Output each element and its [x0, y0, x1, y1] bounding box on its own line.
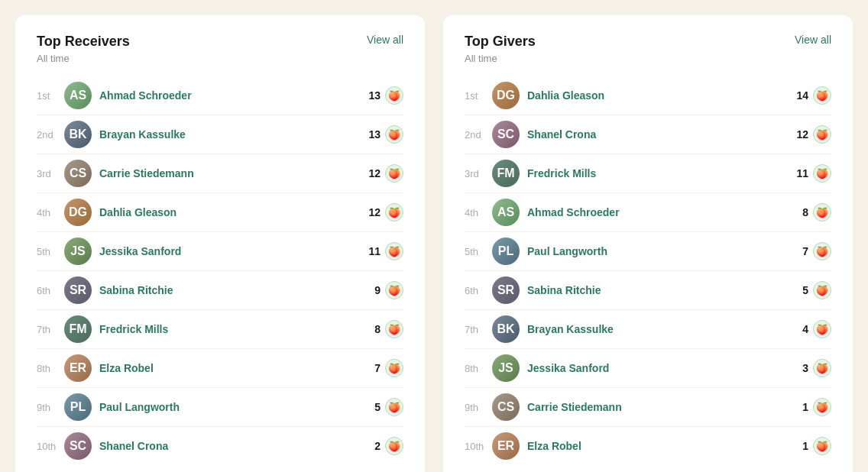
person-name[interactable]: Paul Langworth — [99, 401, 374, 413]
list-item: 9th PL Paul Langworth 5 🍑 — [37, 388, 403, 427]
rank-label: 6th — [37, 285, 64, 296]
list-item: 1st AS Ahmad Schroeder 13 🍑 — [37, 76, 403, 115]
person-name[interactable]: Paul Langworth — [527, 245, 802, 257]
givers-view-all[interactable]: View all — [795, 34, 831, 46]
rank-label: 4th — [37, 207, 64, 218]
person-name[interactable]: Sabina Ritchie — [99, 284, 374, 296]
receivers-subtitle: All time — [37, 53, 403, 64]
avatar: CS — [64, 160, 92, 187]
score-number: 13 — [368, 89, 381, 102]
person-name[interactable]: Fredrick Mills — [527, 167, 796, 179]
score-container: 5 🍑 — [374, 398, 403, 416]
avatar: SC — [492, 121, 520, 148]
person-name[interactable]: Dahlia Gleason — [99, 206, 368, 218]
score-container: 7 🍑 — [374, 359, 403, 377]
avatar: FM — [492, 160, 520, 187]
rank-label: 2nd — [37, 129, 64, 141]
rank-label: 10th — [37, 441, 64, 452]
avatar: CS — [492, 393, 520, 421]
score-number: 12 — [368, 206, 381, 218]
score-number: 11 — [368, 245, 381, 257]
rank-label: 1st — [37, 90, 64, 102]
receivers-title: Top Receivers — [37, 34, 130, 50]
score-number: 4 — [802, 323, 808, 335]
coin-icon: 🍑 — [385, 281, 403, 299]
score-number: 14 — [796, 89, 808, 102]
rank-label: 7th — [37, 324, 64, 335]
panels-container: Top Receivers View all All time 1st AS A… — [15, 15, 853, 472]
coin-icon: 🍑 — [385, 242, 403, 260]
score-number: 5 — [802, 284, 808, 296]
rank-label: 7th — [465, 324, 492, 335]
rank-label: 4th — [465, 207, 492, 218]
person-name[interactable]: Brayan Kassulke — [99, 128, 368, 141]
coin-icon: 🍑 — [813, 398, 831, 416]
list-item: 8th JS Jessika Sanford 3 🍑 — [465, 349, 831, 388]
list-item: 2nd BK Brayan Kassulke 13 🍑 — [37, 115, 403, 154]
score-container: 12 🍑 — [368, 164, 403, 183]
score-container: 8 🍑 — [374, 320, 403, 338]
score-number: 13 — [368, 128, 381, 141]
person-name[interactable]: Shanel Crona — [99, 440, 374, 452]
score-container: 11 🍑 — [796, 164, 831, 183]
person-name[interactable]: Dahlia Gleason — [527, 89, 796, 102]
receivers-header: Top Receivers View all — [37, 34, 403, 50]
rank-label: 9th — [465, 402, 492, 413]
score-container: 8 🍑 — [802, 203, 831, 221]
givers-list: 1st DG Dahlia Gleason 14 🍑 2nd SC Shanel… — [465, 76, 831, 465]
list-item: 7th BK Brayan Kassulke 4 🍑 — [465, 310, 831, 349]
score-number: 11 — [796, 167, 808, 179]
coin-icon: 🍑 — [813, 86, 831, 105]
score-number: 12 — [368, 167, 381, 179]
avatar: BK — [64, 121, 92, 148]
score-container: 11 🍑 — [368, 242, 403, 260]
person-name[interactable]: Carrie Stiedemann — [99, 167, 368, 179]
coin-icon: 🍑 — [385, 320, 403, 338]
score-container: 12 🍑 — [368, 203, 403, 221]
person-name[interactable]: Sabina Ritchie — [527, 284, 802, 296]
avatar: DG — [64, 199, 92, 226]
coin-icon: 🍑 — [385, 203, 403, 221]
coin-icon: 🍑 — [385, 86, 403, 105]
avatar: SC — [64, 432, 92, 460]
person-name[interactable]: Elza Robel — [99, 362, 374, 374]
score-number: 7 — [374, 362, 381, 374]
score-container: 13 🍑 — [368, 86, 403, 105]
list-item: 3rd CS Carrie Stiedemann 12 🍑 — [37, 154, 403, 193]
avatar: DG — [492, 82, 520, 109]
score-container: 2 🍑 — [374, 437, 403, 455]
list-item: 3rd FM Fredrick Mills 11 🍑 — [465, 154, 831, 193]
score-number: 8 — [374, 323, 381, 335]
person-name[interactable]: Elza Robel — [527, 440, 802, 452]
person-name[interactable]: Carrie Stiedemann — [527, 401, 802, 413]
person-name[interactable]: Jessika Sanford — [527, 362, 802, 374]
person-name[interactable]: Jessika Sanford — [99, 245, 368, 257]
score-container: 12 🍑 — [796, 125, 831, 144]
score-number: 2 — [374, 440, 381, 452]
score-container: 5 🍑 — [802, 281, 831, 299]
rank-label: 8th — [465, 363, 492, 374]
score-container: 13 🍑 — [368, 125, 403, 144]
rank-label: 10th — [465, 441, 492, 452]
givers-header: Top Givers View all — [465, 34, 831, 50]
receivers-panel: Top Receivers View all All time 1st AS A… — [15, 15, 425, 472]
coin-icon: 🍑 — [385, 398, 403, 416]
coin-icon: 🍑 — [813, 164, 831, 183]
avatar: FM — [64, 315, 92, 343]
person-name[interactable]: Ahmad Schroeder — [527, 206, 802, 218]
person-name[interactable]: Fredrick Mills — [99, 323, 374, 335]
person-name[interactable]: Brayan Kassulke — [527, 323, 802, 335]
list-item: 8th ER Elza Robel 7 🍑 — [37, 349, 403, 388]
receivers-view-all[interactable]: View all — [367, 34, 403, 46]
rank-label: 8th — [37, 363, 64, 374]
rank-label: 1st — [465, 90, 492, 102]
person-name[interactable]: Ahmad Schroeder — [99, 89, 368, 102]
coin-icon: 🍑 — [813, 359, 831, 377]
score-container: 7 🍑 — [802, 242, 831, 260]
rank-label: 2nd — [465, 129, 492, 141]
score-number: 1 — [802, 440, 808, 452]
avatar: JS — [492, 354, 520, 382]
coin-icon: 🍑 — [385, 359, 403, 377]
coin-icon: 🍑 — [813, 125, 831, 144]
person-name[interactable]: Shanel Crona — [527, 128, 796, 141]
